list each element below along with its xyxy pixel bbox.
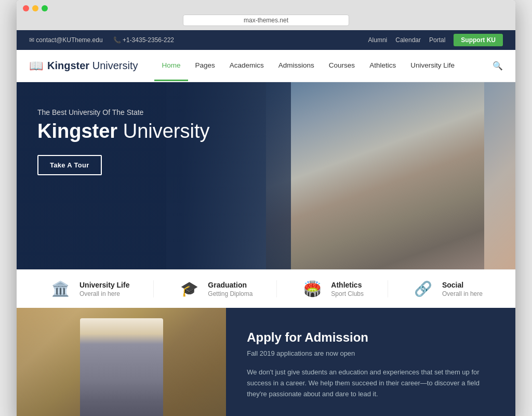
browser-bar: max-themes.net	[23, 15, 509, 30]
hero-title: Kingster University	[37, 121, 210, 142]
email-contact: ✉ contact@KUTheme.edu	[29, 36, 103, 44]
hero-title-strong: Kingster	[37, 120, 117, 142]
nav-links: Home Pages Academics Admissions Courses …	[154, 51, 461, 81]
quick-item-social: 🔗 Social Overall in here	[412, 280, 483, 297]
social-icon: 🔗	[412, 280, 435, 297]
admission-body: We don't just give students an education…	[247, 367, 495, 400]
nav-item-athletics: Athletics	[362, 51, 403, 81]
quick-item-athletics: 🏟️ Athletics Sport Clubs	[301, 280, 364, 297]
admission-content: Apply for Admission Fall 2019 applicatio…	[226, 308, 515, 416]
utility-right: Alumni Calendar Portal Support KU	[368, 34, 503, 46]
hero-title-light: University	[117, 120, 209, 142]
admission-title: Apply for Admission	[247, 330, 495, 345]
quick-item-university-life-text: University Life Overall in here	[79, 281, 129, 297]
nav-item-pages: Pages	[188, 51, 222, 81]
quick-item-social-text: Social Overall in here	[442, 281, 483, 297]
logo-icon: 📖	[29, 59, 43, 73]
quick-item-graduation: 🎓 Graduation Getting Diploma	[178, 280, 252, 297]
quick-item-athletics-sub: Sport Clubs	[331, 290, 364, 297]
quick-item-graduation-text: Graduation Getting Diploma	[208, 281, 252, 297]
admission-image	[17, 308, 226, 416]
nav-link-academics[interactable]: Academics	[222, 51, 271, 80]
utility-bar: ✉ contact@KUTheme.edu 📞 +1-3435-2356-222…	[17, 30, 515, 50]
nav-link-admissions[interactable]: Admissions	[271, 51, 322, 80]
graduation-icon: 🎓	[178, 280, 201, 297]
student-figure	[266, 82, 484, 269]
quick-item-university-life-sub: Overall in here	[79, 290, 129, 297]
dot-minimize[interactable]	[32, 5, 38, 11]
portal-link[interactable]: Portal	[429, 36, 445, 44]
quick-item-university-life: 🏛️ University Life Overall in here	[49, 280, 129, 297]
utility-left: ✉ contact@KUTheme.edu 📞 +1-3435-2356-222	[29, 36, 174, 44]
nav-item-academics: Academics	[222, 51, 271, 81]
athletics-icon: 🏟️	[301, 280, 324, 297]
browser-chrome: max-themes.net	[17, 0, 515, 30]
quick-item-graduation-sub: Getting Diploma	[208, 290, 252, 297]
nav-item-admissions: Admissions	[271, 51, 322, 81]
admission-image-inner	[17, 308, 226, 416]
nav-item-courses: Courses	[322, 51, 362, 81]
quick-item-university-life-title: University Life	[79, 281, 129, 289]
quick-item-graduation-title: Graduation	[208, 281, 252, 289]
quick-item-social-sub: Overall in here	[442, 290, 483, 297]
nav-link-university-life[interactable]: University Life	[403, 51, 462, 80]
alumni-link[interactable]: Alumni	[368, 36, 388, 44]
browser-dots	[23, 5, 509, 11]
search-icon[interactable]: 🔍	[493, 61, 503, 71]
dot-close[interactable]	[23, 5, 29, 11]
divider-3	[388, 280, 388, 297]
admission-subtitle: Fall 2019 applications are now open	[247, 348, 495, 359]
quick-item-athletics-title: Athletics	[331, 281, 364, 289]
hero-subtitle: The Best University Of The State	[37, 108, 210, 116]
logo-text: Kingster University	[47, 60, 138, 72]
divider-1	[153, 280, 154, 297]
divider-2	[276, 280, 277, 297]
nav-link-home[interactable]: Home	[154, 51, 188, 81]
nav-item-home: Home	[154, 51, 188, 81]
phone-contact: 📞 +1-3435-2356-222	[113, 36, 174, 44]
take-tour-button[interactable]: Take A Tour	[37, 155, 102, 175]
website-content: ✉ contact@KUTheme.edu 📞 +1-3435-2356-222…	[17, 30, 515, 416]
envelope-icon: ✉	[29, 36, 34, 44]
hero-content: The Best University Of The State Kingste…	[37, 108, 210, 175]
quick-links-bar: 🏛️ University Life Overall in here 🎓 Gra…	[17, 269, 515, 308]
hero-section: The Best University Of The State Kingste…	[17, 82, 515, 269]
calendar-link[interactable]: Calendar	[395, 36, 421, 44]
professor-figure	[80, 318, 163, 416]
quick-item-social-title: Social	[442, 281, 483, 289]
university-life-icon: 🏛️	[49, 280, 72, 297]
quick-item-athletics-text: Athletics Sport Clubs	[331, 281, 364, 297]
dot-maximize[interactable]	[42, 5, 48, 11]
nav-item-university-life: University Life	[403, 51, 462, 81]
url-bar[interactable]: max-themes.net	[183, 15, 349, 26]
phone-icon: 📞	[113, 36, 121, 44]
logo: 📖 Kingster University	[29, 59, 138, 73]
browser-window: max-themes.net ✉ contact@KUTheme.edu 📞 +…	[17, 0, 515, 416]
nav-link-athletics[interactable]: Athletics	[362, 51, 403, 80]
nav-link-pages[interactable]: Pages	[188, 51, 222, 80]
main-nav: 📖 Kingster University Home Pages Academi…	[17, 50, 515, 82]
support-button[interactable]: Support KU	[454, 34, 503, 46]
logo-strong: Kingster	[47, 60, 89, 71]
admission-section: Apply for Admission Fall 2019 applicatio…	[17, 308, 515, 416]
hero-student-image	[266, 82, 484, 269]
nav-link-courses[interactable]: Courses	[322, 51, 362, 80]
logo-light: University	[89, 60, 138, 71]
